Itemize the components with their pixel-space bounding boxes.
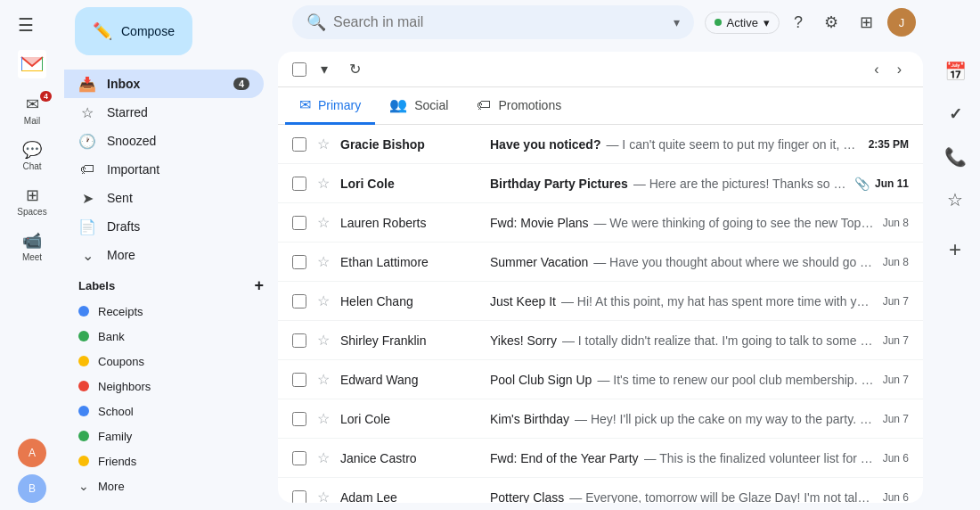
email-snippet: — It's time to renew our pool club membe… <box>597 373 875 387</box>
star-icon[interactable]: ☆ <box>317 136 330 152</box>
email-sender: Lori Cole <box>340 412 483 426</box>
tab-social[interactable]: 👥 Social <box>375 87 462 125</box>
promotions-tab-icon: 🏷 <box>477 97 491 113</box>
label-friends[interactable]: Friends <box>64 448 264 473</box>
keep-panel-button[interactable]: ☆ <box>937 182 973 218</box>
email-content: Summer Vacation — Have you thought about… <box>490 255 876 269</box>
email-content: Pottery Class — Everyone, tomorrow will … <box>490 490 876 504</box>
email-checkbox[interactable] <box>292 177 306 191</box>
table-row[interactable]: ☆ Edward Wang Pool Club Sign Up — It's t… <box>278 360 923 399</box>
email-panel: ▾ ↻ ‹ › ✉ Primary 👥 Social 🏷 Promotions <box>278 52 923 503</box>
table-row[interactable]: ☆ Lori Cole Birthday Party Pictures — He… <box>278 164 923 203</box>
email-date: Jun 7 <box>883 295 909 308</box>
user-avatar-tertiary[interactable]: B <box>18 474 46 503</box>
table-row[interactable]: ☆ Lori Cole Kim's Birthday — Hey! I'll p… <box>278 399 923 439</box>
sidebar-item-more[interactable]: ⌄ More <box>64 241 264 269</box>
email-meta: Jun 7 <box>883 295 909 308</box>
sidebar-item-important[interactable]: 🏷 Important <box>64 155 264 184</box>
tab-promotions[interactable]: 🏷 Promotions <box>462 87 576 125</box>
select-all-checkbox[interactable] <box>292 62 306 77</box>
settings-button[interactable]: ⚙ <box>817 5 845 39</box>
coupons-color-dot <box>78 356 89 366</box>
email-checkbox[interactable] <box>292 137 306 152</box>
table-row[interactable]: ☆ Shirley Franklin Yikes! Sorry — I tota… <box>278 321 923 360</box>
email-checkbox[interactable] <box>292 216 306 230</box>
add-label-button[interactable]: + <box>254 276 264 295</box>
nav-meet[interactable]: 📹 Meet <box>4 226 61 267</box>
star-icon[interactable]: ☆ <box>317 214 330 231</box>
email-checkbox[interactable] <box>292 490 306 504</box>
star-icon[interactable]: ☆ <box>317 292 330 309</box>
table-row[interactable]: ☆ Helen Chang Just Keep It — Hi! At this… <box>278 282 923 321</box>
sidebar-item-snoozed[interactable]: 🕐 Snoozed <box>64 127 264 155</box>
email-checkbox[interactable] <box>292 294 306 308</box>
label-coupons[interactable]: Coupons <box>64 349 264 374</box>
next-page-button[interactable]: › <box>890 56 909 83</box>
refresh-button[interactable]: ↻ <box>342 55 368 83</box>
compose-icon: ✏️ <box>93 21 112 41</box>
star-icon[interactable]: ☆ <box>317 175 330 192</box>
table-row[interactable]: ☆ Janice Castro Fwd: End of the Year Par… <box>278 439 923 478</box>
email-checkbox[interactable] <box>292 255 306 269</box>
nav-spaces[interactable]: ⊞ Spaces <box>4 180 61 222</box>
email-sender: Shirley Franklin <box>340 333 483 348</box>
compose-button[interactable]: ✏️ Compose <box>75 7 192 55</box>
user-avatar[interactable]: J <box>887 8 916 37</box>
neighbors-color-dot <box>78 381 89 391</box>
star-icon[interactable]: ☆ <box>317 410 330 427</box>
select-dropdown-button[interactable]: ▾ <box>314 55 335 83</box>
hamburger-menu[interactable]: ☰ <box>11 7 41 43</box>
sidebar-item-inbox[interactable]: 📥 Inbox 4 <box>64 70 264 98</box>
pagination-nav: ‹ › <box>867 56 909 83</box>
email-checkbox[interactable] <box>292 373 306 387</box>
star-icon[interactable]: ☆ <box>317 253 330 270</box>
starred-icon: ☆ <box>78 104 96 121</box>
table-row[interactable]: ☆ Lauren Roberts Fwd: Movie Plans — We w… <box>278 203 923 243</box>
email-subject: Summer Vacation <box>490 255 588 269</box>
search-input[interactable] <box>333 14 666 30</box>
star-icon[interactable]: ☆ <box>317 371 330 388</box>
email-sender: Lauren Roberts <box>340 216 483 230</box>
gmail-logo[interactable] <box>18 50 46 78</box>
search-icon: 🔍 <box>306 12 326 32</box>
email-checkbox[interactable] <box>292 333 306 348</box>
table-row[interactable]: ☆ Adam Lee Pottery Class — Everyone, tom… <box>278 478 923 503</box>
star-icon[interactable]: ☆ <box>317 332 330 349</box>
sidebar-item-drafts[interactable]: 📄 Drafts <box>64 212 264 241</box>
contacts-panel-button[interactable]: 📞 <box>937 139 973 175</box>
label-bank[interactable]: Bank <box>64 324 264 349</box>
email-date: Jun 6 <box>883 452 909 465</box>
drafts-icon: 📄 <box>78 218 96 235</box>
email-content: Fwd: Movie Plans — We were thinking of g… <box>490 216 876 230</box>
sidebar-item-starred[interactable]: ☆ Starred <box>64 98 264 127</box>
google-apps-button[interactable]: ⊞ <box>853 5 880 39</box>
prev-page-button[interactable]: ‹ <box>867 56 886 83</box>
calendar-panel-button[interactable]: 📅 <box>937 53 973 89</box>
star-icon[interactable]: ☆ <box>317 489 330 503</box>
nav-mail[interactable]: ✉ 4 Mail <box>4 89 61 131</box>
email-subject: Pool Club Sign Up <box>490 373 592 387</box>
table-row[interactable]: ☆ Gracie Bishop Have you noticed? — I ca… <box>278 125 923 164</box>
label-school[interactable]: School <box>64 399 264 424</box>
label-receipts[interactable]: Receipts <box>64 299 264 324</box>
label-family[interactable]: Family <box>64 424 264 448</box>
email-subject: Have you noticed? <box>490 137 600 152</box>
help-button[interactable]: ? <box>787 6 810 39</box>
nav-chat[interactable]: 💬 Chat <box>4 135 61 177</box>
active-status-badge[interactable]: Active ▾ <box>705 12 780 34</box>
user-avatar-secondary[interactable]: A <box>18 439 46 467</box>
add-panel-button[interactable]: + <box>937 232 973 267</box>
svg-rect-2 <box>42 57 43 71</box>
label-more[interactable]: ⌄ More <box>64 473 264 498</box>
tasks-panel-button[interactable]: ✓ <box>937 96 973 132</box>
label-neighbors[interactable]: Neighbors <box>64 374 264 399</box>
table-row[interactable]: ☆ Ethan Lattimore Summer Vacation — Have… <box>278 243 923 282</box>
search-options-dropdown[interactable]: ▾ <box>674 15 680 29</box>
email-snippet: — Here are the pictures! Thanks so much … <box>633 177 847 191</box>
star-icon[interactable]: ☆ <box>317 449 330 466</box>
tab-primary[interactable]: ✉ Primary <box>285 87 375 125</box>
email-meta: Jun 7 <box>883 334 909 347</box>
email-checkbox[interactable] <box>292 412 306 426</box>
sidebar-item-sent[interactable]: ➤ Sent <box>64 184 264 212</box>
email-checkbox[interactable] <box>292 451 306 465</box>
